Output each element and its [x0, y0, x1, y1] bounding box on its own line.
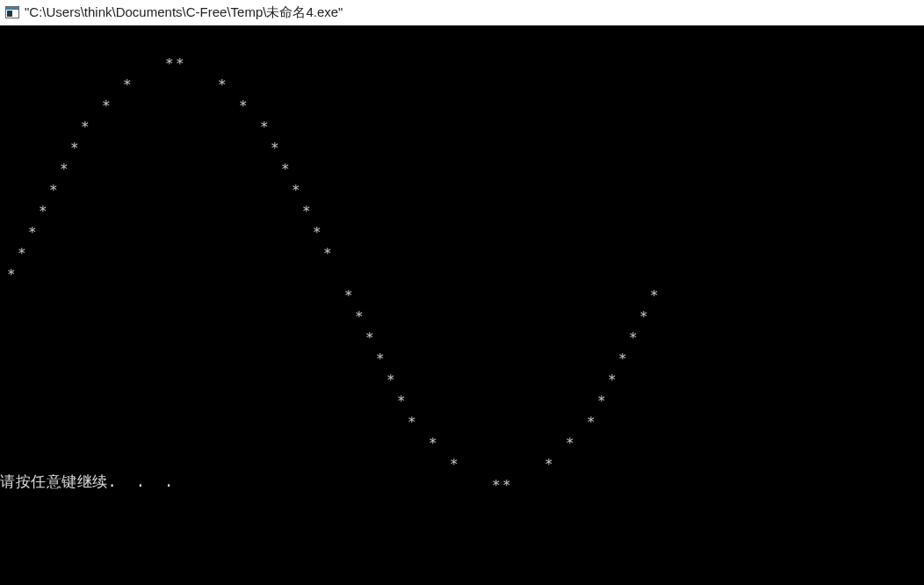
- ascii-star: *: [629, 331, 638, 345]
- ascii-star: *: [450, 458, 458, 472]
- ascii-star: *: [608, 373, 617, 387]
- ascii-star: *: [165, 57, 174, 71]
- ascii-star: *: [650, 289, 659, 303]
- ascii-star: *: [123, 78, 132, 92]
- ascii-star: *: [313, 226, 321, 240]
- ascii-star: *: [218, 78, 227, 92]
- ascii-star: *: [292, 184, 300, 198]
- ascii-star: *: [49, 184, 58, 198]
- ascii-star: *: [365, 331, 374, 345]
- ascii-star: *: [271, 141, 279, 155]
- ascii-star: *: [502, 479, 511, 493]
- ascii-star: *: [102, 99, 111, 113]
- ascii-star: *: [302, 205, 311, 219]
- console-app-icon: [5, 5, 19, 19]
- ascii-star: *: [70, 141, 79, 155]
- ascii-star: *: [176, 57, 184, 71]
- ascii-star: *: [81, 120, 90, 134]
- ascii-star: *: [18, 247, 26, 261]
- window-title: "C:\Users\think\Documents\C-Free\Temp\未命…: [25, 4, 343, 21]
- ascii-star: *: [7, 268, 16, 282]
- ascii-star: *: [28, 226, 37, 240]
- ascii-star: *: [323, 247, 332, 261]
- ascii-star: *: [344, 289, 353, 303]
- ascii-star: *: [566, 437, 574, 451]
- press-any-key-prompt: 请按任意键继续. . .: [0, 472, 174, 492]
- ascii-star: *: [618, 352, 627, 366]
- ascii-star: *: [429, 437, 437, 451]
- ascii-star: *: [639, 310, 648, 324]
- console-output-area[interactable]: 请按任意键继续. . . ***************************…: [0, 25, 924, 585]
- svg-rect-1: [6, 7, 19, 10]
- ascii-star: *: [545, 458, 553, 472]
- ascii-star: *: [587, 415, 596, 430]
- svg-rect-2: [7, 11, 12, 17]
- ascii-star: *: [492, 479, 501, 493]
- ascii-star: *: [39, 205, 47, 219]
- ascii-star: *: [281, 162, 290, 177]
- ascii-star: *: [597, 394, 606, 408]
- ascii-star: *: [60, 162, 69, 177]
- ascii-star: *: [408, 415, 416, 430]
- ascii-star: *: [260, 120, 269, 134]
- ascii-star: *: [239, 99, 248, 113]
- window-titlebar: "C:\Users\think\Documents\C-Free\Temp\未命…: [0, 0, 924, 25]
- ascii-star: *: [355, 310, 364, 324]
- ascii-star: *: [397, 394, 406, 408]
- ascii-star: *: [386, 373, 395, 387]
- ascii-star: *: [376, 352, 385, 366]
